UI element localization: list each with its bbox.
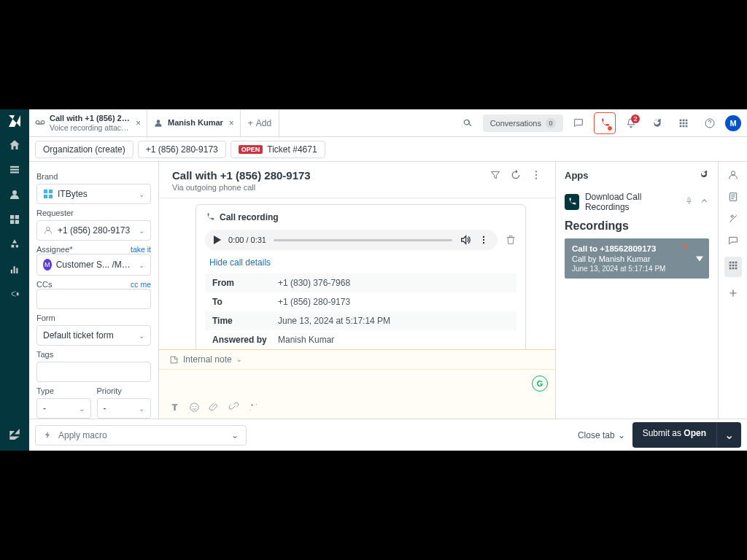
grammarly-icon[interactable]: G (532, 376, 548, 392)
recording-to: Call to +18562809173 (572, 244, 690, 253)
assignee-label: Assignee* (36, 245, 73, 254)
svg-point-10 (483, 236, 484, 238)
expand-icon[interactable] (696, 256, 703, 261)
home-icon[interactable] (8, 139, 21, 152)
lightning-icon (43, 430, 53, 440)
call-details-table: From+1 (830) 376-7968 To+1 (856) 280-917… (205, 273, 516, 349)
collapse-icon[interactable] (700, 196, 709, 206)
org-chip[interactable]: Organization (create) (35, 141, 133, 158)
status-dot (607, 125, 613, 131)
svg-point-12 (483, 242, 484, 244)
org-icon[interactable] (8, 213, 21, 226)
refresh-button[interactable] (646, 112, 668, 134)
apps-pane: Apps Download Call Recordings Recordings… (556, 162, 718, 419)
phone-chip[interactable]: +1 (856) 280-9173 (138, 141, 226, 158)
notifications-button[interactable]: 2 (620, 112, 642, 134)
views-icon[interactable] (8, 163, 21, 176)
chat-icon[interactable] (727, 235, 739, 246)
conversation-pane: Call with +1 (856) 280-9173 Via outgoing… (159, 162, 556, 419)
zendesk-z-icon[interactable] (8, 429, 21, 442)
composer-body[interactable]: G (159, 370, 555, 402)
trash-icon[interactable] (505, 234, 516, 246)
reports-icon[interactable] (8, 262, 21, 276)
submit-caret[interactable]: ⌄ (716, 422, 741, 448)
link-icon[interactable] (228, 402, 239, 413)
search-icon (462, 117, 473, 129)
chevron-down-icon: ⌄ (139, 332, 144, 340)
svg-rect-3 (49, 190, 53, 193)
conversations-pill[interactable]: Conversations 0 (483, 114, 563, 132)
form-select[interactable]: Default ticket form⌄ (36, 325, 151, 346)
add-tab-button[interactable]: +Add (241, 109, 279, 136)
talk-button[interactable] (594, 112, 616, 134)
conversations-count: 0 (546, 118, 556, 128)
shapes-icon[interactable] (8, 238, 21, 251)
user-icon (43, 225, 53, 236)
app-item[interactable]: Download Call Recordings (565, 189, 709, 215)
history-icon[interactable] (510, 169, 522, 181)
plus-icon[interactable] (727, 287, 739, 299)
cc-me-link[interactable]: cc me (131, 280, 151, 289)
tab-call[interactable]: Call with +1 (856) 280-9... Voice record… (29, 109, 147, 136)
audio-player[interactable]: 0:00 / 0:31 (205, 230, 498, 250)
take-it-link[interactable]: take it (131, 245, 151, 254)
pin-icon[interactable] (684, 196, 694, 206)
close-tab-button[interactable]: Close tab ⌄ (578, 430, 625, 440)
knowledge-icon[interactable] (727, 191, 739, 203)
refresh-icon[interactable] (699, 169, 709, 179)
brand-select[interactable]: ITBytes⌄ (36, 184, 151, 204)
composer: Internal note ⌄ G (159, 349, 555, 419)
customers-icon[interactable] (8, 188, 21, 201)
volume-icon[interactable] (460, 234, 471, 246)
close-icon[interactable]: × (136, 118, 141, 128)
text-icon[interactable] (169, 402, 180, 413)
help-button[interactable] (699, 112, 721, 134)
magic-icon[interactable] (248, 402, 259, 413)
assignee-select[interactable]: M Customer S... /Manish Ku... ⌄ (36, 254, 151, 276)
tab-user[interactable]: Manish Kumar × (147, 109, 241, 136)
svg-point-11 (483, 239, 484, 241)
filter-icon[interactable] (489, 169, 501, 181)
chevron-down-icon: ⌄ (236, 356, 242, 363)
more-icon[interactable] (530, 169, 542, 181)
chat-button[interactable] (568, 112, 589, 134)
edit-icon[interactable]: ✎ (682, 243, 689, 252)
grid-icon (727, 260, 739, 271)
recording-card[interactable]: Call to +18562809173 Call by Manish Kuma… (565, 238, 709, 279)
tags-input[interactable] (36, 362, 151, 382)
emoji-icon[interactable] (189, 402, 200, 413)
ticket-chip[interactable]: OPEN Ticket #4671 (231, 141, 325, 158)
profile-avatar[interactable]: M (725, 115, 741, 131)
macro-select[interactable]: Apply macro⌄ (35, 425, 247, 446)
conversations-label: Conversations (490, 119, 541, 128)
priority-select[interactable]: -⌄ (97, 398, 152, 419)
admin-icon[interactable] (8, 287, 21, 300)
recordings-title: Recordings (565, 219, 709, 233)
chevron-down-icon: ⌄ (139, 405, 144, 413)
audio-more-icon[interactable] (479, 235, 489, 245)
close-icon[interactable]: × (229, 118, 234, 128)
ticket-title: Call with +1 (856) 280-9173 (172, 169, 311, 182)
refresh-icon (651, 117, 663, 129)
play-icon[interactable] (214, 236, 221, 244)
composer-mode[interactable]: Internal note ⌄ (159, 350, 555, 370)
top-tab-bar: Call with +1 (856) 280-9... Voice record… (29, 109, 747, 137)
zendesk-logo[interactable] (9, 115, 20, 127)
notif-badge: 2 (631, 114, 640, 123)
user-icon[interactable] (727, 169, 739, 181)
spark-icon[interactable] (727, 213, 739, 225)
apps-button[interactable] (673, 112, 694, 134)
type-select[interactable]: -⌄ (36, 398, 91, 419)
search-button[interactable] (457, 112, 479, 134)
hide-details-link[interactable]: Hide call details (209, 257, 271, 268)
svg-point-6 (47, 227, 50, 230)
ccs-input[interactable] (36, 289, 151, 309)
attach-icon[interactable] (209, 402, 220, 413)
apps-rail-button[interactable] (724, 257, 742, 277)
requester-select[interactable]: +1 (856) 280-9173⌄ (36, 220, 151, 241)
svg-point-9 (535, 178, 537, 179)
audio-track[interactable] (274, 239, 452, 241)
submit-button[interactable]: Submit as Open (632, 422, 716, 448)
recording-time: June 13, 2024 at 5:17:14 PM (572, 265, 690, 273)
app-name: Download Call Recordings (585, 192, 678, 212)
